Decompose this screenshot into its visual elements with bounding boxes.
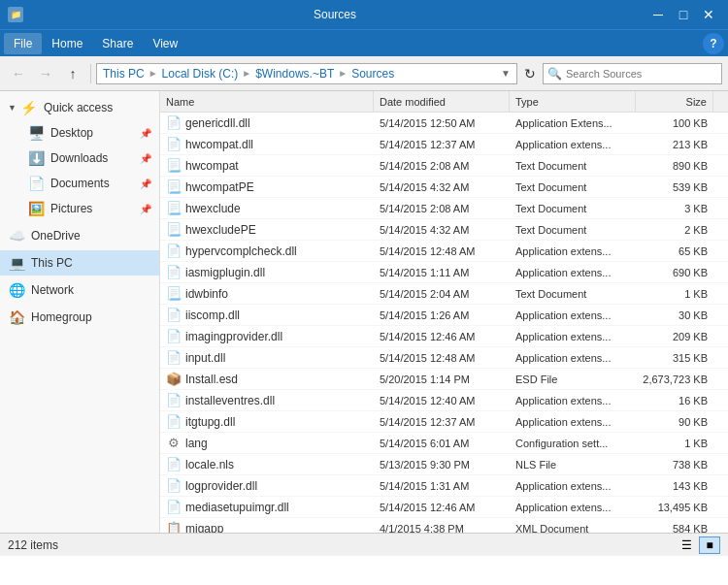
file-name-cell: ⚙ lang [160,436,374,451]
breadcrumb-local-disk[interactable]: Local Disk (C:) [162,67,239,81]
file-date: 5/14/2015 1:11 AM [374,267,510,278]
back-button[interactable]: ← [6,61,31,86]
file-name: hypervcomplcheck.dll [185,244,297,258]
table-row[interactable]: 📄 iasmigplugin.dll 5/14/2015 1:11 AM App… [160,262,728,283]
help-button[interactable]: ? [703,33,724,54]
table-row[interactable]: 📄 logprovider.dll 5/14/2015 1:31 AM Appl… [160,475,728,497]
table-row[interactable]: 📃 idwbinfo 5/14/2015 2:04 AM Text Docume… [160,283,728,305]
address-dropdown-icon[interactable]: ▼ [501,68,511,79]
quick-access-arrow: ▼ [8,103,17,113]
sidebar-section-this-pc: 💻 This PC [0,250,159,276]
table-row[interactable]: 📄 hypervcomplcheck.dll 5/14/2015 12:48 A… [160,241,728,262]
sidebar-item-network[interactable]: 🌐 Network [0,277,159,303]
table-row[interactable]: 📃 hwexcludePE 5/14/2015 4:32 AM Text Doc… [160,219,728,241]
file-name-cell: 📄 iiscomp.dll [160,308,374,323]
sidebar-item-onedrive[interactable]: ☁️ OneDrive [0,223,159,248]
table-row[interactable]: 📃 hwcompat 5/14/2015 2:08 AM Text Docume… [160,155,728,177]
file-date: 5/14/2015 2:08 AM [374,160,510,172]
file-name: Install.esd [185,373,238,386]
sidebar-pictures-label: Pictures [50,202,92,215]
minimize-button[interactable]: ─ [646,3,670,26]
table-row[interactable]: 📄 mediasetupuimgr.dll 5/14/2015 12:46 AM… [160,497,728,518]
sidebar-documents-label: Documents [50,177,110,190]
breadcrumb-sources[interactable]: Sources [351,67,394,81]
file-name-cell: 📦 Install.esd [160,372,374,387]
window-icon: 📁 [8,7,23,22]
sidebar-item-homegroup[interactable]: 🏠 Homegroup [0,305,159,330]
file-name-cell: 📃 hwcompat [160,158,374,174]
sidebar-item-quick-access[interactable]: ▼ ⚡ Quick access [0,95,159,120]
breadcrumb-sep-3: ► [338,68,347,79]
menu-view[interactable]: View [143,33,187,54]
file-list[interactable]: Name Date modified Type Size 📄 genericdl… [160,91,728,533]
sidebar-network-label: Network [31,283,74,297]
table-row[interactable]: 📄 iiscomp.dll 5/14/2015 1:26 AM Applicat… [160,305,728,326]
file-size: 100 KB [636,117,713,129]
close-button[interactable]: ✕ [697,3,720,26]
sidebar-item-desktop[interactable]: 🖥️ Desktop 📌 [0,120,159,146]
header-size[interactable]: Size [636,91,713,112]
desktop-icon: 🖥️ [27,124,45,142]
table-row[interactable]: 📄 itgtupg.dll 5/14/2015 12:37 AM Applica… [160,411,728,433]
table-row[interactable]: 📦 Install.esd 5/20/2015 1:14 PM ESD File… [160,369,728,390]
file-type: NLS File [510,459,636,471]
file-type: Text Document [510,203,636,214]
maximize-button[interactable]: □ [672,3,695,26]
header-type[interactable]: Type [510,91,636,112]
main-content: ▼ ⚡ Quick access 🖥️ Desktop 📌 ⬇️ Downloa… [0,91,728,533]
large-icons-view-button[interactable]: ■ [699,536,720,554]
sidebar-item-pictures[interactable]: 🖼️ Pictures 📌 [0,196,159,221]
search-input[interactable] [566,68,717,80]
header-name[interactable]: Name [160,91,374,112]
sidebar-item-downloads[interactable]: ⬇️ Downloads 📌 [0,146,159,171]
file-name-cell: 📃 hwexcludePE [160,222,374,238]
forward-button[interactable]: → [33,61,58,86]
table-row[interactable]: 📃 hwexclude 5/14/2015 2:08 AM Text Docum… [160,198,728,219]
this-pc-icon: 💻 [8,254,25,272]
window-title: Sources [23,8,646,21]
file-name: hwcompatPE [185,180,254,194]
file-type: Application Extens... [510,117,636,129]
table-row[interactable]: 📄 imagingprovider.dll 5/14/2015 12:46 AM… [160,326,728,347]
table-row[interactable]: 📄 input.dll 5/14/2015 12:48 AM Applicati… [160,347,728,369]
file-name: imagingprovider.dll [185,330,282,343]
file-size: 539 KB [636,181,713,193]
file-name-cell: 📋 migapp [160,521,374,534]
file-date: 5/20/2015 1:14 PM [374,374,510,385]
up-button[interactable]: ↑ [60,61,85,86]
table-row[interactable]: 📄 locale.nls 5/13/2015 9:30 PM NLS File … [160,454,728,475]
file-name-cell: 📄 input.dll [160,350,374,366]
breadcrumb-this-pc[interactable]: This PC [103,67,145,81]
file-type: Application extens... [510,267,636,278]
file-name: migapp [185,522,223,534]
details-view-button[interactable]: ☰ [676,536,697,554]
sidebar-section-quick-access: ▼ ⚡ Quick access 🖥️ Desktop 📌 ⬇️ Downloa… [0,95,159,221]
file-name: input.dll [185,351,225,365]
file-type: Application extens... [510,352,636,364]
file-name: locale.nls [185,458,234,471]
table-row[interactable]: 📄 installeventres.dll 5/14/2015 12:40 AM… [160,390,728,411]
address-bar[interactable]: This PC ► Local Disk (C:) ► $Windows.~BT… [96,63,517,84]
table-row[interactable]: 📄 genericdll.dll 5/14/2015 12:50 AM Appl… [160,113,728,134]
file-name: mediasetupuimgr.dll [185,501,289,514]
item-count: 212 items [8,538,58,552]
file-name: hwcompat.dll [185,138,253,151]
table-row[interactable]: 📃 hwcompatPE 5/14/2015 4:32 AM Text Docu… [160,177,728,198]
table-row[interactable]: 📋 migapp 4/1/2015 4:38 PM XML Document 5… [160,518,728,533]
sidebar-onedrive-label: OneDrive [31,229,81,243]
desktop-pin-icon: 📌 [140,128,151,139]
table-row[interactable]: 📄 hwcompat.dll 5/14/2015 12:37 AM Applic… [160,134,728,155]
menu-file[interactable]: File [4,33,42,54]
menu-home[interactable]: Home [42,33,92,54]
file-type: Text Document [510,288,636,300]
table-row[interactable]: ⚙ lang 5/14/2015 6:01 AM Configuration s… [160,433,728,454]
breadcrumb-windows-bt[interactable]: $Windows.~BT [255,67,334,81]
sidebar-item-documents[interactable]: 📄 Documents 📌 [0,171,159,196]
header-date[interactable]: Date modified [374,91,510,112]
menu-share[interactable]: Share [92,33,143,54]
file-date: 5/14/2015 2:08 AM [374,203,510,214]
file-name-cell: 📄 hwcompat.dll [160,137,374,152]
file-type: Text Document [510,181,636,193]
refresh-button[interactable]: ↻ [519,63,541,84]
sidebar-item-this-pc[interactable]: 💻 This PC [0,250,159,276]
